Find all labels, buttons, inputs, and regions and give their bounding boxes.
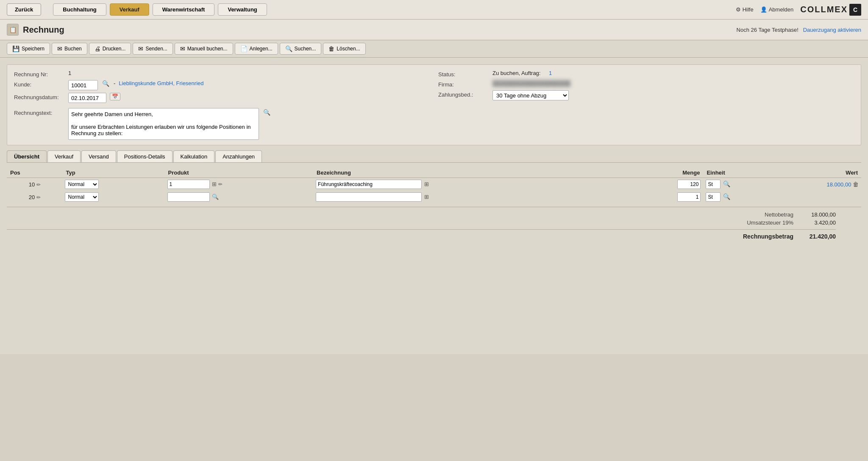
rechnungstext-input[interactable]: Sehr geehrte Damen und Herren, für unser… <box>68 108 259 140</box>
senden-icon: ✉ <box>138 45 143 52</box>
form-grid: Rechnung Nr: 1 Kunde: 🔍 - Lieblingskunde… <box>14 70 854 106</box>
delete-row-1-button[interactable]: 🗑 <box>853 181 859 188</box>
menge-cell-1 <box>638 178 703 191</box>
drucken-button[interactable]: 🖨 Drucken... <box>89 43 131 55</box>
status-value: Zu buchen, Auftrag: <box>492 70 540 76</box>
top-navigation: Zurück Buchhaltung Verkauf Warenwirtscha… <box>0 0 868 19</box>
rechnungsdatum-row: Rechnungsdatum: 📅 <box>14 93 430 103</box>
menge-cell-2 <box>638 191 703 203</box>
kunde-row: Kunde: 🔍 - Lieblingskunde GmbH, Friesenr… <box>14 80 430 90</box>
tab-versand[interactable]: Versand <box>81 150 116 162</box>
positions-table: Pos Typ Produkt Bezeichnung Menge Einhei… <box>7 168 861 203</box>
bezeichnung-input-2[interactable] <box>316 192 422 202</box>
einheit-cell-2: 🔍 <box>703 191 768 203</box>
table-row: 10 ✏ Normal Titel Text Summe ⊞ <box>7 178 861 191</box>
logout-link[interactable]: 👤 Abmelden <box>760 6 794 13</box>
nettobetrag-value: 18.000,00 <box>802 211 836 218</box>
nav-right: ⚙ Hilfe 👤 Abmelden COLLMEX C <box>736 4 861 16</box>
bezeichnung-cell-2: ⊞ <box>313 191 638 203</box>
manuell-buchen-button[interactable]: ✉ Manuell buchen... <box>175 43 233 55</box>
rechnung-nr-row: Rechnung Nr: 1 <box>14 70 430 78</box>
rechnungstext-search-button[interactable]: 🔍 <box>262 109 271 116</box>
menge-input-2[interactable] <box>677 192 701 202</box>
produkt-cell-2: 🔍 <box>165 191 314 203</box>
bezeichnung-search-button-1[interactable]: ⊞ <box>424 181 429 187</box>
suchen-button[interactable]: 🔍 Suchen... <box>280 43 322 55</box>
pos-cell-1: 10 ✏ <box>7 178 62 191</box>
produkt-search-button-2[interactable]: 🔍 <box>212 194 219 200</box>
col-pos: Pos <box>7 168 62 178</box>
produkt-input-1[interactable] <box>167 180 210 189</box>
produkt-edit-button-1[interactable]: ✏ <box>218 181 223 187</box>
typ-cell-1: Normal Titel Text Summe <box>62 178 164 191</box>
main-content: Rechnung Nr: 1 Kunde: 🔍 - Lieblingskunde… <box>0 58 868 354</box>
logout-icon: 👤 <box>760 6 767 13</box>
produkt-grid-button-1[interactable]: ⊞ <box>212 181 217 187</box>
einheit-cell-1: 🔍 <box>703 178 768 191</box>
save-button[interactable]: 💾 Speichern <box>7 43 50 55</box>
tab-anzahlungen[interactable]: Anzahlungen <box>215 150 262 162</box>
trial-link[interactable]: Dauerzugang aktivieren <box>803 27 861 33</box>
nav-verkauf[interactable]: Verkauf <box>110 3 149 16</box>
typ-select-2[interactable]: Normal Titel Text Summe <box>65 192 99 202</box>
tab-positions-details[interactable]: Positions-Details <box>117 150 172 162</box>
senden-button[interactable]: ✉ Senden... <box>133 43 172 55</box>
status-link[interactable]: 1 <box>549 70 552 76</box>
status-row: Status: Zu buchen, Auftrag: 1 <box>438 70 854 78</box>
einheit-search-button-2[interactable]: 🔍 <box>722 193 731 200</box>
rechnungsbetrag-row: Rechnungsbetrag 21.420,00 <box>7 229 836 241</box>
trial-text: Noch 26 Tage Testphase! <box>737 27 798 33</box>
help-link[interactable]: ⚙ Hilfe <box>736 6 754 13</box>
buchen-button[interactable]: ✉ Buchen <box>52 43 87 55</box>
toolbar: 💾 Speichern ✉ Buchen 🖨 Drucken... ✉ Send… <box>0 40 868 58</box>
nav-verwaltung[interactable]: Verwaltung <box>218 3 267 16</box>
form-section: Rechnung Nr: 1 Kunde: 🔍 - Lieblingskunde… <box>7 64 861 145</box>
edit-pos-2-button[interactable]: ✏ <box>36 194 41 200</box>
manuell-buchen-icon: ✉ <box>180 45 185 52</box>
loeschen-button[interactable]: 🗑 Löschen... <box>323 43 365 55</box>
calendar-button[interactable]: 📅 <box>110 93 120 100</box>
tab-kalkulation[interactable]: Kalkulation <box>173 150 215 162</box>
rechnungsbetrag-value: 21.420,00 <box>802 233 836 240</box>
tab-verkauf[interactable]: Verkauf <box>47 150 81 162</box>
bezeichnung-search-button-2[interactable]: ⊞ <box>424 194 429 200</box>
edit-pos-1-button[interactable]: ✏ <box>36 182 41 188</box>
zahlungsbed-row: Zahlungsbed.: 30 Tage ohne Abzug Sofort … <box>438 90 854 100</box>
page-title-area: 📋 Rechnung <box>7 24 64 36</box>
produkt-input-2[interactable] <box>167 192 210 202</box>
logo-text: COLLMEX <box>800 5 848 14</box>
back-button[interactable]: Zurück <box>7 3 41 16</box>
kunde-dash: - <box>114 80 115 86</box>
kunde-search-button[interactable]: 🔍 <box>101 80 110 87</box>
anlegen-button[interactable]: 📄 Anlegen... <box>235 43 278 55</box>
wert-cell-1: 18.000,00 🗑 <box>768 178 861 191</box>
nettobetrag-label: Nettobetrag <box>734 211 793 218</box>
wert-link-1[interactable]: 18.000,00 <box>827 181 851 188</box>
kunde-id-input[interactable] <box>68 80 98 90</box>
rechnungstext-row: Rechnungstext: Sehr geehrte Damen und He… <box>14 108 854 140</box>
tabs-bar: Übersicht Verkauf Versand Positions-Deta… <box>7 150 861 163</box>
kunde-name-link[interactable]: Lieblingskunde GmbH, Friesenried <box>119 80 203 86</box>
form-right: Status: Zu buchen, Auftrag: 1 Firma: ███… <box>438 70 854 106</box>
table-row: 20 ✏ Normal Titel Text Summe 🔍 <box>7 191 861 203</box>
nav-warenwirtschaft[interactable]: Warenwirtschaft <box>153 3 215 16</box>
bezeichnung-cell-1: ⊞ <box>313 178 638 191</box>
rechnungstext-label: Rechnungstext: <box>14 108 65 116</box>
loeschen-icon: 🗑 <box>328 45 334 52</box>
typ-select-1[interactable]: Normal Titel Text Summe <box>65 180 99 189</box>
umsatzsteuer-value: 3.420,00 <box>802 219 836 226</box>
trial-notice: Noch 26 Tage Testphase! Dauerzugang akti… <box>737 27 861 33</box>
einheit-search-button-1[interactable]: 🔍 <box>722 181 731 187</box>
table-section: Pos Typ Produkt Bezeichnung Menge Einhei… <box>7 163 861 246</box>
col-produkt: Produkt <box>165 168 314 178</box>
einheit-input-2[interactable] <box>706 192 721 202</box>
menge-input-1[interactable] <box>677 180 701 189</box>
zahlungsbed-select[interactable]: 30 Tage ohne Abzug Sofort fällig 14 Tage… <box>492 90 569 100</box>
logo: COLLMEX C <box>800 4 861 16</box>
nav-buchhaltung[interactable]: Buchhaltung <box>53 3 106 16</box>
col-menge: Menge <box>638 168 703 178</box>
einheit-input-1[interactable] <box>706 180 721 189</box>
rechnungsdatum-input[interactable] <box>68 93 106 103</box>
bezeichnung-input-1[interactable] <box>316 180 422 189</box>
tab-uebersicht[interactable]: Übersicht <box>7 150 47 162</box>
